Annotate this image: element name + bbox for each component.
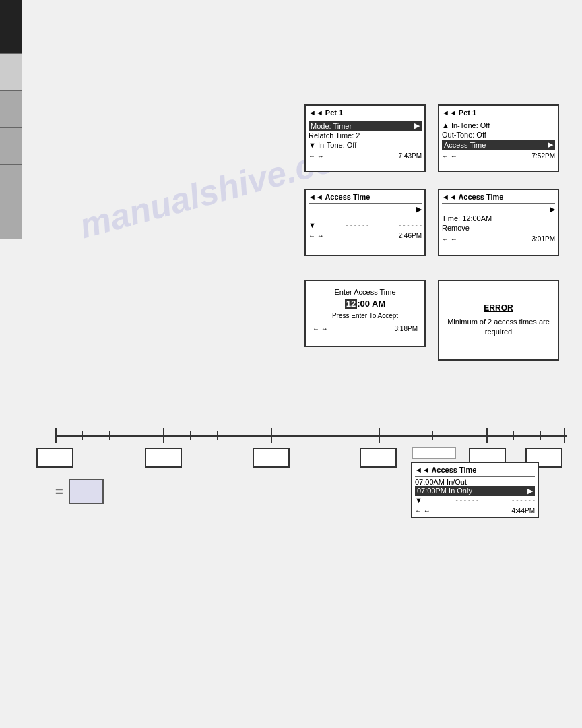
tick-10 (406, 431, 406, 440)
tick-1 (82, 431, 83, 440)
tick-12 (486, 428, 488, 443)
timeline-box-2 (253, 448, 290, 468)
screen-panel-2: ◄◄ Pet 1 ▲ In-Tone: Off Out-Tone: Off Ac… (438, 104, 559, 172)
tick-8 (325, 431, 325, 440)
panel3-row1: - - - - - - - - - - - - - - - - ▶ (309, 205, 422, 214)
tick-15 (564, 428, 565, 443)
timeline-box-3 (360, 448, 397, 468)
timeline-box-0 (36, 448, 73, 468)
panel4-row-remove: Remove (442, 223, 555, 233)
bottom-time: 4:44PM (512, 507, 535, 514)
panel5-time-display: 12:00 AM (313, 299, 418, 309)
sidebar (0, 0, 22, 728)
panel4-icons: ← ↔ (442, 235, 457, 243)
sidebar-tab-5[interactable] (0, 165, 22, 202)
sidebar-tab-6[interactable] (0, 202, 22, 239)
timeline-line (55, 435, 567, 437)
panel3-icons: ← ↔ (309, 232, 324, 239)
bottom-row-dash: ▼ - - - - - - - - - - - - (415, 496, 535, 504)
sub-equals-icon: = (55, 485, 63, 498)
sub-timeline: = (55, 479, 104, 504)
panel5-footer: ← ↔ 3:18PM (313, 325, 418, 332)
panel1-row-intone: ▼ In-Tone: Off (309, 140, 422, 150)
screen-panel-5: Enter Access Time 12:00 AM Press Enter T… (304, 280, 426, 347)
panel6-error-msg: Minimum of 2 access times are required (446, 317, 551, 338)
label-box-inner (412, 447, 456, 459)
bottom-screen-panel: ◄◄ Access Time 07:00AM In/Out 07:00PM In… (411, 462, 539, 518)
panel6-error-title: ERROR (484, 303, 513, 313)
panel5-time-suffix: :00 AM (357, 299, 385, 309)
panel1-time: 7:43PM (399, 152, 422, 160)
tick-9 (379, 428, 380, 443)
bottom-footer: ← ↔ 4:44PM (415, 507, 535, 514)
tick-13 (513, 431, 514, 440)
panel2-time: 7:52PM (532, 152, 555, 160)
tick-14 (540, 431, 541, 440)
panel4-row-time: Time: 12:00AM (442, 214, 555, 223)
tick-2 (109, 431, 110, 440)
panel1-icons: ← ↔ (309, 152, 324, 160)
sidebar-tab-1[interactable] (0, 0, 22, 54)
panel2-header: ◄◄ Pet 1 (442, 109, 555, 117)
panel1-footer: ← ↔ 7:43PM (309, 152, 422, 160)
tick-6 (271, 428, 272, 443)
sub-box (69, 479, 104, 504)
panel5-press-enter: Press Enter To Accept (313, 312, 418, 320)
panel2-row-intone: ▲ In-Tone: Off (442, 121, 555, 130)
panel3-header: ◄◄ Access Time (309, 193, 422, 201)
sidebar-tab-3[interactable] (0, 91, 22, 128)
panel3-time: 2:46PM (399, 232, 422, 239)
main-content: manualshive.com ◄◄ Pet 1 Mode: Timer ▶ R… (22, 0, 582, 728)
panel2-icons: ← ↔ (442, 152, 457, 160)
tick-5 (217, 431, 218, 440)
screen-panel-3: ◄◄ Access Time - - - - - - - - - - - - -… (304, 189, 426, 256)
panel1-row-mode: Mode: Timer ▶ (309, 121, 422, 131)
panel5-icons: ← ↔ (313, 325, 328, 332)
screen-panel-6: ERROR Minimum of 2 access times are requ… (438, 280, 559, 361)
panel4-row-dash: - - - - - - - - - - ▶ (442, 205, 555, 214)
tick-11 (432, 431, 433, 440)
panel4-footer: ← ↔ 3:01PM (442, 235, 555, 243)
small-label-box (412, 447, 456, 459)
tick-7 (298, 431, 298, 440)
panel3-row3: ▼ - - - - - - - - - - - - (309, 221, 422, 229)
panel2-row-access: Access Time ▶ (442, 140, 555, 150)
bottom-row-inout: 07:00AM In/Out (415, 478, 535, 486)
bottom-icons: ← ↔ (415, 507, 430, 514)
panel2-footer: ← ↔ 7:52PM (442, 152, 555, 160)
panel4-header: ◄◄ Access Time (442, 193, 555, 201)
sidebar-tab-4[interactable] (0, 128, 22, 165)
panel5-time-cursor: 12 (345, 299, 357, 309)
screen-panel-4: ◄◄ Access Time - - - - - - - - - - ▶ Tim… (438, 189, 559, 256)
screen-panel-1: ◄◄ Pet 1 Mode: Timer ▶ Relatch Time: 2 ▼… (304, 104, 426, 172)
sidebar-tab-2[interactable] (0, 54, 22, 91)
tick-0 (55, 428, 57, 443)
tick-4 (190, 431, 191, 440)
panel1-row-relatch: Relatch Time: 2 (309, 131, 422, 140)
panel3-row2: - - - - - - - - - - - - - - - - (309, 214, 422, 221)
timeline-box-1 (145, 448, 182, 468)
bottom-header: ◄◄ Access Time (415, 466, 535, 474)
panel2-row-outtone: Out-Tone: Off (442, 130, 555, 140)
tick-3 (163, 428, 164, 443)
bottom-row-inonly: 07:00PM In Only ▶ (415, 486, 535, 496)
panel3-footer: ← ↔ 2:46PM (309, 232, 422, 239)
panel1-header: ◄◄ Pet 1 (309, 109, 422, 117)
panel5-time: 3:18PM (395, 325, 418, 332)
panel5-enter-label: Enter Access Time (313, 288, 418, 296)
panel4-time: 3:01PM (532, 235, 555, 243)
